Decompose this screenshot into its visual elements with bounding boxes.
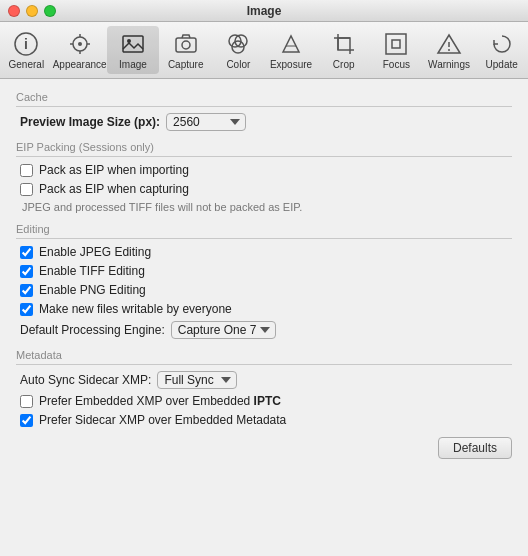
svg-rect-18 bbox=[338, 38, 350, 50]
metadata-section: Metadata Auto Sync Sidecar XMP: Full Syn… bbox=[16, 349, 512, 427]
svg-rect-21 bbox=[386, 34, 406, 54]
cache-section-content: Preview Image Size (px): 2560 1280 3840 bbox=[16, 113, 512, 131]
iptc-label: IPTC bbox=[254, 394, 281, 408]
svg-point-11 bbox=[182, 41, 190, 49]
toolbar-item-crop[interactable]: Crop bbox=[317, 26, 370, 74]
sync-row: Auto Sync Sidecar XMP: Full Sync Off Aut… bbox=[20, 371, 508, 389]
enable-png-checkbox[interactable] bbox=[20, 284, 33, 297]
update-icon bbox=[488, 30, 516, 58]
metadata-section-content: Auto Sync Sidecar XMP: Full Sync Off Aut… bbox=[16, 371, 512, 427]
toolbar-item-update[interactable]: Update bbox=[475, 26, 528, 74]
prefer-sidecar-checkbox[interactable] bbox=[20, 414, 33, 427]
editing-tiff-row: Enable TIFF Editing bbox=[20, 264, 508, 278]
editing-section-content: Enable JPEG Editing Enable TIFF Editing … bbox=[16, 245, 512, 339]
editing-png-row: Enable PNG Editing bbox=[20, 283, 508, 297]
make-writable-label[interactable]: Make new files writable by everyone bbox=[39, 302, 232, 316]
metadata-section-title: Metadata bbox=[16, 349, 512, 365]
close-button[interactable] bbox=[8, 5, 20, 17]
prefer-sidecar-label[interactable]: Prefer Sidecar XMP over Embedded Metadat… bbox=[39, 413, 286, 427]
toolbar-label-general: General bbox=[9, 59, 45, 70]
defaults-row: Defaults bbox=[16, 437, 512, 459]
sync-label: Auto Sync Sidecar XMP: bbox=[20, 373, 151, 387]
toolbar-label-crop: Crop bbox=[333, 59, 355, 70]
sync-select[interactable]: Full Sync Off Auto bbox=[157, 371, 237, 389]
pack-capturing-checkbox[interactable] bbox=[20, 183, 33, 196]
title-bar: Image bbox=[0, 0, 528, 22]
enable-png-label[interactable]: Enable PNG Editing bbox=[39, 283, 146, 297]
toolbar-item-focus[interactable]: Focus bbox=[370, 26, 423, 74]
color-icon bbox=[224, 30, 252, 58]
toolbar-label-color: Color bbox=[226, 59, 250, 70]
capture-icon bbox=[172, 30, 200, 58]
engine-row: Default Processing Engine: Capture One 7… bbox=[20, 321, 508, 339]
svg-rect-22 bbox=[392, 40, 400, 48]
pack-capturing-label[interactable]: Pack as EIP when capturing bbox=[39, 182, 189, 196]
window-title: Image bbox=[247, 4, 282, 18]
toolbar-item-image[interactable]: Image bbox=[107, 26, 160, 74]
pack-importing-label[interactable]: Pack as EIP when importing bbox=[39, 163, 189, 177]
toolbar-item-color[interactable]: Color bbox=[212, 26, 265, 74]
svg-text:i: i bbox=[24, 36, 28, 52]
toolbar-label-update: Update bbox=[486, 59, 518, 70]
svg-rect-10 bbox=[176, 38, 196, 52]
content-area: Cache Preview Image Size (px): 2560 1280… bbox=[0, 79, 528, 556]
cache-section: Cache Preview Image Size (px): 2560 1280… bbox=[16, 91, 512, 131]
editing-section-title: Editing bbox=[16, 223, 512, 239]
minimize-button[interactable] bbox=[26, 5, 38, 17]
toolbar-item-capture[interactable]: Capture bbox=[159, 26, 212, 74]
prefer-sidecar-row: Prefer Sidecar XMP over Embedded Metadat… bbox=[20, 413, 508, 427]
toolbar-item-general[interactable]: i General bbox=[0, 26, 53, 74]
svg-point-24 bbox=[448, 49, 450, 51]
editing-jpeg-row: Enable JPEG Editing bbox=[20, 245, 508, 259]
engine-select[interactable]: Capture One 7 Capture One 8 bbox=[171, 321, 276, 339]
toolbar-item-warnings[interactable]: Warnings bbox=[423, 26, 476, 74]
prefer-embedded-label[interactable]: Prefer Embedded XMP over Embedded IPTC bbox=[39, 394, 281, 408]
svg-point-3 bbox=[78, 42, 82, 46]
cache-section-title: Cache bbox=[16, 91, 512, 107]
focus-icon bbox=[382, 30, 410, 58]
preview-size-row: Preview Image Size (px): 2560 1280 3840 bbox=[20, 113, 508, 131]
pack-importing-checkbox[interactable] bbox=[20, 164, 33, 177]
eip-info-text: JPEG and processed TIFF files will not b… bbox=[20, 201, 508, 213]
editing-writable-row: Make new files writable by everyone bbox=[20, 302, 508, 316]
appearance-icon bbox=[66, 30, 94, 58]
maximize-button[interactable] bbox=[44, 5, 56, 17]
toolbar-item-appearance[interactable]: Appearance bbox=[53, 26, 107, 74]
editing-section: Editing Enable JPEG Editing Enable TIFF … bbox=[16, 223, 512, 339]
enable-jpeg-checkbox[interactable] bbox=[20, 246, 33, 259]
toolbar-label-appearance: Appearance bbox=[53, 59, 107, 70]
eip-section: EIP Packing (Sessions only) Pack as EIP … bbox=[16, 141, 512, 213]
toolbar: i General Appearance Image Capture Color… bbox=[0, 22, 528, 79]
enable-tiff-checkbox[interactable] bbox=[20, 265, 33, 278]
toolbar-item-exposure[interactable]: Exposure bbox=[265, 26, 318, 74]
image-icon bbox=[119, 30, 147, 58]
prefer-embedded-row: Prefer Embedded XMP over Embedded IPTC bbox=[20, 394, 508, 408]
warnings-icon bbox=[435, 30, 463, 58]
crop-icon bbox=[330, 30, 358, 58]
toolbar-label-capture: Capture bbox=[168, 59, 204, 70]
svg-rect-8 bbox=[123, 36, 143, 52]
general-icon: i bbox=[12, 30, 40, 58]
toolbar-label-image: Image bbox=[119, 59, 147, 70]
engine-label: Default Processing Engine: bbox=[20, 323, 165, 337]
enable-jpeg-label[interactable]: Enable JPEG Editing bbox=[39, 245, 151, 259]
window-controls[interactable] bbox=[8, 5, 56, 17]
eip-capturing-row: Pack as EIP when capturing bbox=[20, 182, 508, 196]
toolbar-label-warnings: Warnings bbox=[428, 59, 470, 70]
eip-importing-row: Pack as EIP when importing bbox=[20, 163, 508, 177]
toolbar-label-exposure: Exposure bbox=[270, 59, 312, 70]
preview-size-select[interactable]: 2560 1280 3840 bbox=[166, 113, 246, 131]
make-writable-checkbox[interactable] bbox=[20, 303, 33, 316]
prefer-embedded-text-1: Prefer Embedded XMP over Embedded bbox=[39, 394, 254, 408]
preview-size-label: Preview Image Size (px): bbox=[20, 115, 160, 129]
defaults-button[interactable]: Defaults bbox=[438, 437, 512, 459]
exposure-icon bbox=[277, 30, 305, 58]
eip-section-title: EIP Packing (Sessions only) bbox=[16, 141, 512, 157]
toolbar-label-focus: Focus bbox=[383, 59, 410, 70]
enable-tiff-label[interactable]: Enable TIFF Editing bbox=[39, 264, 145, 278]
prefer-embedded-checkbox[interactable] bbox=[20, 395, 33, 408]
eip-section-content: Pack as EIP when importing Pack as EIP w… bbox=[16, 163, 512, 213]
